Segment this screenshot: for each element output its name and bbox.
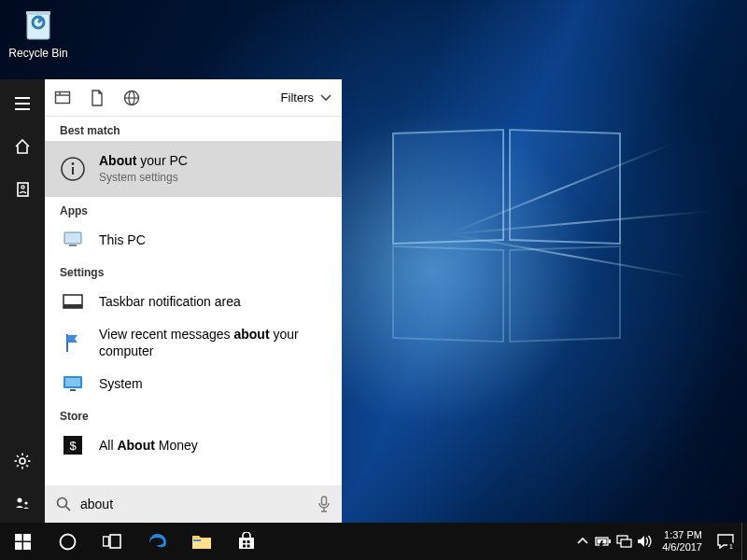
svg-point-41 [60,534,75,549]
section-store: Store [45,402,342,427]
search-panel: Filters Best match About your PC System … [0,79,342,523]
result-all-about-money[interactable]: $ All About Money [45,427,342,464]
search-rail [0,79,45,523]
store-app-icon: $ [60,435,86,455]
clock-time: 1:37 PM [662,529,702,541]
result-system[interactable]: System [45,365,342,402]
result-recent-messages[interactable]: View recent messages about your computer [45,320,342,365]
svg-point-4 [20,458,25,464]
svg-rect-52 [609,539,611,543]
settings-gear-icon[interactable] [0,442,45,480]
result-taskbar-notification-area[interactable]: Taskbar notification area [45,283,342,320]
svg-rect-43 [110,535,120,548]
svg-rect-1 [26,11,50,15]
svg-line-10 [26,465,28,467]
microphone-icon[interactable] [317,496,331,512]
edge-button[interactable] [134,523,179,560]
start-button[interactable] [0,523,45,560]
battery-icon[interactable] [593,523,613,560]
filters-label: Filters [281,91,314,105]
result-label: Taskbar notification area [99,293,327,310]
clock-date: 4/6/2017 [662,541,702,553]
result-label: System [99,375,327,392]
search-scope-row: Filters [45,79,342,117]
search-input[interactable] [80,497,308,511]
svg-rect-23 [72,167,74,175]
section-settings: Settings [45,259,342,283]
svg-rect-45 [193,539,201,541]
action-center-icon[interactable]: 1 [710,523,741,560]
taskbar-clock[interactable]: 1:37 PM 4/6/2017 [655,529,710,553]
svg-rect-50 [247,545,250,548]
svg-rect-24 [64,232,81,244]
search-icon [56,497,71,511]
scope-apps-icon[interactable] [54,90,71,106]
svg-text:1: 1 [729,543,733,549]
scope-documents-icon[interactable] [90,90,105,106]
svg-text:$: $ [69,439,77,453]
this-pc-icon [60,231,86,249]
result-this-pc[interactable]: This PC [45,221,342,259]
svg-rect-47 [243,540,246,543]
svg-rect-36 [322,497,327,505]
svg-point-13 [18,498,22,503]
svg-point-34 [58,498,67,508]
task-view-button[interactable] [90,523,134,560]
result-title-bold: About [99,153,136,168]
cortana-button[interactable] [45,523,90,560]
result-label-post: Money [155,438,198,453]
scope-web-icon[interactable] [123,90,140,106]
search-results-pane: Filters Best match About your PC System … [45,79,342,523]
svg-line-9 [17,455,19,457]
svg-rect-39 [15,542,22,550]
recycle-bin-label: Recycle Bin [4,47,73,60]
svg-point-3 [21,186,24,189]
home-icon[interactable] [0,128,45,165]
svg-rect-48 [247,540,250,543]
result-subtitle: System settings [99,169,327,186]
chevron-down-icon [319,93,332,103]
svg-rect-46 [239,538,254,549]
svg-rect-2 [18,183,28,196]
store-button[interactable] [224,523,269,560]
recycle-bin[interactable]: Recycle Bin [4,4,73,60]
recycle-bin-icon [19,4,58,43]
hamburger-icon[interactable] [0,85,45,122]
result-label-pre: All [99,438,117,453]
svg-rect-30 [65,378,80,386]
svg-point-14 [24,501,27,504]
volume-icon[interactable] [634,523,655,560]
result-label-bold: About [117,438,154,453]
result-label-pre: View recent messages [99,327,233,342]
tray-overflow-icon[interactable] [572,523,593,560]
svg-rect-49 [243,545,246,548]
section-best-match: Best match [45,117,342,141]
svg-rect-31 [70,389,76,391]
search-box[interactable] [45,485,342,523]
result-label: This PC [99,231,327,248]
svg-rect-25 [69,245,77,246]
svg-rect-27 [63,304,82,308]
flag-icon [60,332,86,353]
svg-point-22 [72,162,75,165]
filters-button[interactable]: Filters [281,91,332,105]
result-about-your-pc[interactable]: About your PC System settings [45,141,342,197]
svg-line-12 [26,455,28,457]
taskbar: 1:37 PM 4/6/2017 1 [0,523,747,560]
svg-rect-15 [56,91,70,103]
notebook-icon[interactable] [0,171,45,208]
network-icon[interactable] [613,523,634,560]
result-title-rest: your PC [136,153,187,168]
show-desktop-button[interactable] [741,523,747,560]
svg-rect-38 [23,534,31,541]
svg-rect-42 [104,537,109,546]
info-icon [60,156,86,182]
svg-rect-37 [15,534,22,541]
file-explorer-button[interactable] [179,523,224,560]
section-apps: Apps [45,197,342,221]
monitor-icon [60,375,86,392]
svg-rect-40 [23,542,31,550]
taskbar-icon [60,294,86,309]
feedback-icon[interactable] [0,485,45,523]
svg-rect-55 [621,539,631,547]
